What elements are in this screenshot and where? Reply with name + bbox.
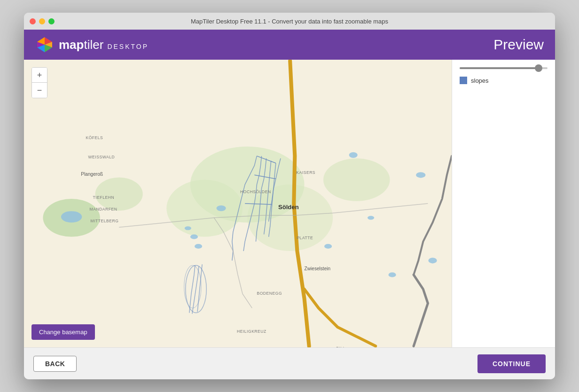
change-basemap-button[interactable]: Change basemap <box>31 324 95 340</box>
zoom-in-button[interactable]: + <box>32 68 47 83</box>
svg-point-3 <box>166 180 243 236</box>
svg-point-17 <box>368 216 374 220</box>
label-heiligkreuz: HEILIGKREUZ <box>237 329 266 334</box>
label-hochsolden: HOCHSÖLDEN <box>240 189 271 194</box>
traffic-lights <box>30 18 55 24</box>
logo-icon <box>35 35 54 54</box>
logo-desktop: DESKTOP <box>107 43 149 50</box>
svg-point-7 <box>323 158 390 201</box>
zoom-out-button[interactable]: − <box>32 83 47 98</box>
label-mandarfen: MANDARFEN <box>90 207 117 212</box>
back-button[interactable]: BACK <box>33 356 77 372</box>
svg-point-9 <box>217 205 226 211</box>
label-platte: PLATTE <box>297 235 313 240</box>
label-kofels: KÖFELS <box>86 136 103 141</box>
logo-map: map <box>59 38 84 52</box>
legend-label-slopes: slopes <box>471 77 489 84</box>
maximize-button[interactable] <box>48 18 55 24</box>
label-plangerob: Plangeroß <box>81 172 103 177</box>
svg-point-16 <box>324 244 332 249</box>
svg-point-18 <box>428 258 437 263</box>
title-bar: MapTiler Desktop Free 11.1 - Convert you… <box>24 13 555 30</box>
map-container[interactable]: KÖFELS WEISSWALD Plangeroß TIEFLEHN MAND… <box>24 60 452 347</box>
map-controls: + − <box>31 67 47 98</box>
label-kaisers: KAISERS <box>296 170 315 175</box>
svg-point-6 <box>95 177 143 211</box>
svg-point-12 <box>195 244 202 249</box>
svg-point-14 <box>416 172 425 178</box>
svg-point-15 <box>389 273 396 277</box>
label-zwieselstein: Zwieselstein <box>305 266 331 271</box>
label-mittelberg: MITTELBERG <box>91 219 119 223</box>
label-pill: PILL <box>336 346 345 347</box>
svg-point-10 <box>190 235 198 239</box>
label-solden: Sölden <box>278 204 299 211</box>
map-svg: KÖFELS WEISSWALD Plangeroß TIEFLEHN MAND… <box>24 60 452 347</box>
close-button[interactable] <box>30 18 36 24</box>
window-title: MapTiler Desktop Free 11.1 - Convert you… <box>191 18 388 25</box>
app-header: maptilerDESKTOP Preview <box>24 30 555 60</box>
sidebar: slopes <box>452 60 555 347</box>
legend-color-slopes <box>460 77 467 84</box>
app-window: MapTiler Desktop Free 11.1 - Convert you… <box>24 13 555 379</box>
svg-point-11 <box>185 227 191 230</box>
opacity-slider-thumb[interactable] <box>535 64 542 72</box>
label-weisswald: WEISSWALD <box>88 155 115 159</box>
minimize-button[interactable] <box>39 18 45 24</box>
preview-label: Preview <box>493 37 544 53</box>
svg-point-13 <box>349 152 358 158</box>
bottom-bar: BACK CONTINUE <box>24 347 555 379</box>
opacity-slider-track[interactable] <box>460 67 548 69</box>
main-area: KÖFELS WEISSWALD Plangeroß TIEFLEHN MAND… <box>24 60 555 347</box>
legend-item-slopes: slopes <box>460 77 548 84</box>
opacity-slider-row <box>460 67 548 69</box>
label-winterstall: WINTERSTALL <box>208 347 238 347</box>
svg-point-4 <box>247 185 333 251</box>
logo-area: maptilerDESKTOP <box>35 35 149 54</box>
logo-tiler: tiler <box>84 38 103 52</box>
label-bodenegg: BODENEGG <box>257 291 282 296</box>
continue-button[interactable]: CONTINUE <box>477 354 546 373</box>
svg-point-8 <box>61 211 82 222</box>
label-tieflehn: TIEFLEHN <box>93 195 115 200</box>
logo-text: maptilerDESKTOP <box>59 38 149 52</box>
opacity-slider-fill <box>460 67 539 69</box>
